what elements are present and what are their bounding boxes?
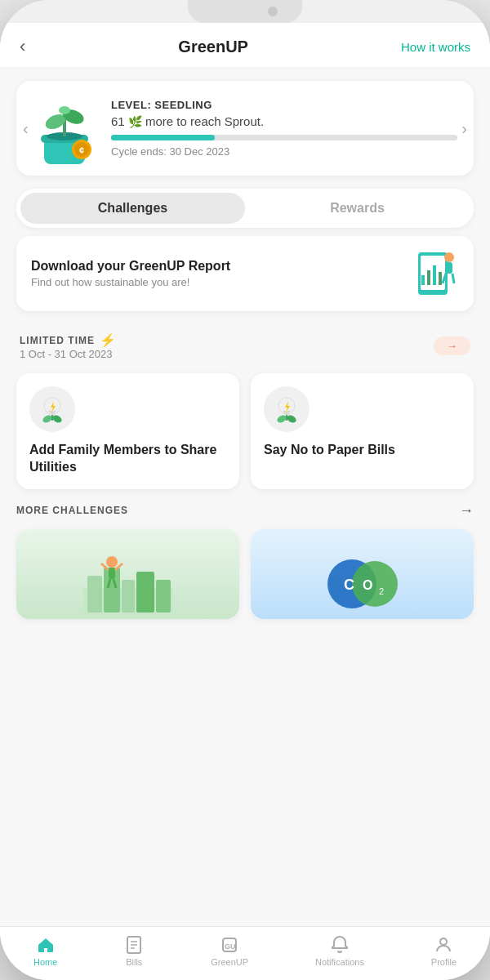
challenge-title-family: Add Family Members to Share Utilities	[29, 442, 226, 476]
cycle-text: Cycle ends: 30 Dec 2023	[111, 145, 457, 158]
more-challenges-section: MORE CHALLENGES →	[0, 502, 490, 632]
greenup-icon: GU	[220, 935, 239, 955]
svg-point-45	[352, 561, 398, 607]
tab-challenges[interactable]: Challenges	[20, 193, 245, 224]
nav-label-greenup: GreenUP	[211, 957, 248, 967]
svg-rect-27	[284, 412, 289, 415]
svg-rect-37	[156, 580, 171, 612]
more-challenge-card-1[interactable]	[16, 529, 239, 619]
phone-shell: ‹ GreenUP How it works ‹	[0, 0, 490, 980]
svg-text:¢: ¢	[79, 145, 84, 155]
report-illustration	[402, 249, 459, 298]
svg-rect-21	[50, 412, 55, 415]
nav-item-notifications[interactable]: Notifications	[315, 935, 364, 967]
more-challenge-bg-1	[16, 529, 239, 619]
svg-point-38	[106, 556, 118, 568]
download-banner-subtitle: Find out how sustainable you are!	[31, 276, 230, 288]
level-next-button[interactable]: ›	[461, 119, 467, 138]
progress-bar-fill	[111, 135, 215, 140]
level-label: LEVEL: Seedling	[111, 99, 457, 111]
nav-item-profile[interactable]: Profile	[431, 935, 457, 967]
limited-time-section: LIMITED TIME ⚡ 1 Oct - 31 Oct 2023 →	[0, 324, 490, 365]
more-challenges-cards: C O 2	[16, 529, 474, 619]
home-icon	[36, 935, 56, 955]
plant-illustration: ¢	[33, 96, 98, 161]
bulb-plant-icon-2	[270, 393, 303, 425]
svg-point-16	[444, 252, 454, 262]
tabs-row: Challenges Rewards	[16, 189, 474, 228]
svg-rect-35	[122, 580, 135, 612]
download-banner-text: Download your GreenUP Report Find out ho…	[31, 259, 230, 288]
bulb-plant-icon-1	[36, 393, 69, 425]
challenge-icon-paper-bills	[264, 386, 310, 432]
download-banner-image	[402, 249, 459, 298]
more-challenges-header: MORE CHALLENGES →	[16, 502, 474, 519]
limited-time-label: LIMITED TIME ⚡	[20, 332, 117, 348]
more-challenge-illustration-1	[83, 539, 173, 612]
more-challenge-bg-2: C O 2	[251, 529, 474, 619]
bottom-nav: Home Bills GU GreenUP Notifications	[0, 926, 490, 980]
page-title: GreenUP	[178, 38, 248, 56]
svg-text:2: 2	[379, 586, 384, 596]
svg-point-55	[440, 938, 447, 945]
svg-rect-33	[87, 576, 102, 612]
app-screen: ‹ GreenUP How it works ‹	[0, 23, 490, 926]
phone-notch	[188, 0, 302, 23]
more-challenge-card-2[interactable]: C O 2	[251, 529, 474, 619]
leaf-icon: 🌿	[128, 115, 142, 128]
progress-bar	[111, 135, 457, 140]
notifications-icon	[330, 935, 350, 955]
svg-rect-17	[446, 262, 452, 274]
bills-icon	[124, 935, 144, 955]
nav-label-home: Home	[33, 957, 57, 967]
svg-point-6	[59, 106, 70, 114]
challenges-grid: Add Family Members to Share Utilities Sa…	[0, 365, 490, 502]
limited-time-more-button[interactable]: →	[434, 336, 470, 355]
header: ‹ GreenUP How it works	[0, 23, 490, 68]
nav-label-bills: Bills	[126, 957, 142, 967]
plant-svg: ¢	[33, 96, 98, 165]
lightning-icon: ⚡	[100, 332, 117, 348]
level-prev-button[interactable]: ‹	[23, 119, 29, 138]
more-challenges-arrow-button[interactable]: →	[459, 502, 474, 519]
level-card: ‹ ¢	[16, 81, 474, 176]
nav-item-home[interactable]: Home	[33, 935, 57, 967]
challenge-card-paper-bills[interactable]: Say No to Paper Bills	[251, 373, 474, 489]
limited-time-date: 1 Oct - 31 Oct 2023	[20, 348, 117, 360]
download-banner[interactable]: Download your GreenUP Report Find out ho…	[16, 236, 474, 311]
nav-item-greenup[interactable]: GU GreenUP	[211, 935, 248, 967]
level-progress-text: 61 🌿 more to reach Sprout.	[111, 114, 457, 128]
download-banner-title: Download your GreenUP Report	[31, 259, 230, 274]
tab-rewards[interactable]: Rewards	[245, 193, 470, 224]
svg-line-19	[452, 274, 454, 283]
more-challenges-label: MORE CHALLENGES	[16, 505, 128, 516]
svg-text:GU: GU	[225, 942, 236, 951]
svg-text:O: O	[363, 578, 372, 592]
svg-text:C: C	[344, 577, 354, 593]
how-it-works-link[interactable]: How it works	[401, 40, 470, 54]
level-info: LEVEL: Seedling 61 🌿 more to reach Sprou…	[111, 99, 457, 158]
back-button[interactable]: ‹	[20, 36, 25, 57]
challenge-card-family[interactable]: Add Family Members to Share Utilities	[16, 373, 239, 489]
more-challenge-illustration-2: C O 2	[318, 539, 408, 612]
challenge-icon-family	[29, 386, 75, 432]
profile-icon	[434, 935, 453, 955]
nav-label-profile: Profile	[431, 957, 457, 967]
nav-label-notifications: Notifications	[315, 957, 364, 967]
svg-rect-39	[109, 568, 115, 579]
limited-time-left: LIMITED TIME ⚡ 1 Oct - 31 Oct 2023	[20, 332, 117, 360]
nav-item-bills[interactable]: Bills	[124, 935, 144, 967]
challenge-title-paper-bills: Say No to Paper Bills	[264, 442, 461, 459]
svg-rect-36	[136, 572, 154, 612]
